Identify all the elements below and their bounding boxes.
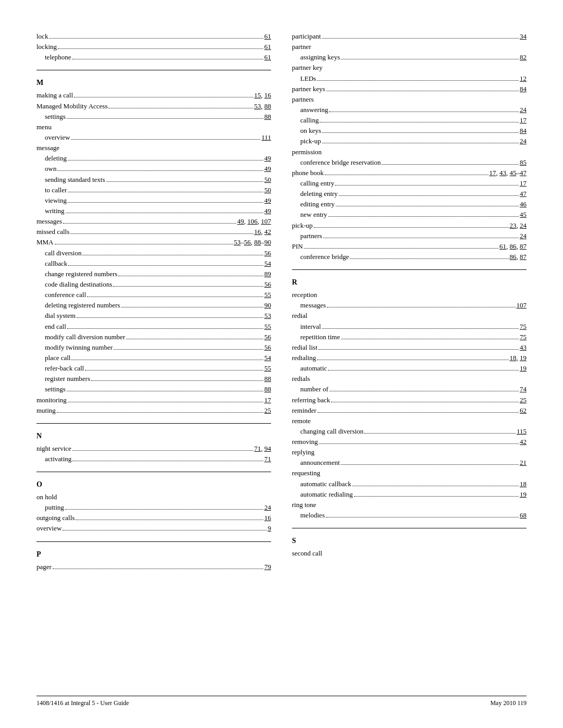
entry-term: LEDs bbox=[300, 73, 316, 84]
entry-dots bbox=[320, 122, 519, 122]
index-entry: PIN61, 86, 87 bbox=[292, 241, 527, 252]
section-header-m: M bbox=[36, 79, 271, 87]
entry-page-number: 49 bbox=[264, 195, 271, 206]
entry-dots bbox=[68, 265, 263, 266]
entry-dots bbox=[57, 170, 263, 171]
index-entry: messages107 bbox=[292, 300, 527, 311]
entry-term: pager bbox=[36, 562, 52, 572]
entry-term: MMA bbox=[36, 237, 54, 248]
index-entry: LEDs12 bbox=[292, 73, 527, 84]
section-divider bbox=[292, 269, 527, 270]
entry-term: deleting bbox=[45, 153, 67, 164]
entry-term: end call bbox=[45, 322, 66, 332]
index-entry: lock61 bbox=[36, 31, 271, 42]
footer-right: May 2010 119 bbox=[490, 699, 527, 707]
entry-term: register numbers bbox=[45, 374, 90, 384]
entry-page-number: 107 bbox=[517, 300, 527, 311]
index-entry: writing49 bbox=[36, 206, 271, 216]
entry-dots bbox=[322, 132, 519, 133]
entry-label: menu bbox=[36, 122, 271, 132]
entry-page-number: 55 bbox=[264, 363, 271, 374]
entry-term: locking bbox=[36, 42, 57, 52]
entry-dots bbox=[49, 38, 263, 39]
entry-page-number: 75 bbox=[520, 322, 527, 332]
entry-dots bbox=[326, 91, 519, 91]
entry-page-number: 54 bbox=[264, 353, 271, 363]
entry-term: overview bbox=[45, 132, 70, 143]
entry-label: remote bbox=[292, 416, 527, 426]
entry-page-number: 24 bbox=[264, 502, 271, 513]
section-header-n: N bbox=[36, 432, 271, 440]
entry-term: participant bbox=[292, 31, 321, 42]
section-header-o: O bbox=[36, 480, 271, 489]
entry-page-number: 9 bbox=[268, 523, 272, 534]
index-entry: making a call15, 16 bbox=[36, 90, 271, 101]
left-column: lock61locking61telephone61Mmaking a call… bbox=[36, 31, 271, 572]
entry-dots bbox=[322, 328, 519, 329]
entry-term: settings bbox=[45, 384, 66, 394]
entry-term: changing call diversion bbox=[300, 426, 363, 437]
entry-term: monitoring bbox=[36, 395, 67, 405]
entry-term: activating bbox=[45, 454, 71, 464]
index-entry: register numbers88 bbox=[36, 374, 271, 384]
index-entry: activating71 bbox=[36, 454, 271, 464]
section-header-r: R bbox=[292, 278, 527, 287]
entry-page-number: 34 bbox=[520, 31, 527, 42]
entry-label: reception bbox=[292, 290, 527, 300]
entry-dots bbox=[53, 569, 263, 569]
entry-label: replying bbox=[292, 447, 527, 458]
entry-term: modify twinning number bbox=[45, 342, 113, 353]
index-entry: calling17 bbox=[292, 115, 527, 126]
entry-dots bbox=[68, 202, 263, 203]
entry-page-number: 18 bbox=[520, 479, 527, 489]
entry-dots bbox=[57, 412, 263, 413]
entry-dots bbox=[72, 461, 263, 461]
entry-term: deleting entry bbox=[300, 189, 338, 199]
entry-page-number: 50 bbox=[264, 175, 271, 185]
entry-dots bbox=[72, 450, 253, 451]
section-divider bbox=[36, 423, 271, 424]
entry-page-number: 46 bbox=[520, 199, 527, 209]
entry-page-number: 88 bbox=[264, 374, 271, 384]
entry-term: telephone bbox=[45, 52, 71, 63]
entry-dots bbox=[335, 185, 519, 186]
index-entry: night service71, 94 bbox=[36, 443, 271, 454]
entry-dots bbox=[319, 443, 519, 444]
entry-term: code dialing destinations bbox=[45, 279, 112, 290]
entry-term: interval bbox=[300, 322, 321, 332]
entry-term: modify call diversion number bbox=[45, 332, 125, 342]
entry-term: muting bbox=[36, 405, 56, 416]
section-divider bbox=[292, 528, 527, 528]
entry-term: sending standard texts bbox=[45, 175, 105, 185]
entry-dots bbox=[74, 97, 253, 97]
entry-page-number: 24 bbox=[520, 231, 527, 241]
entry-page-number: 25 bbox=[264, 405, 271, 416]
index-entry: conference bridge86, 87 bbox=[292, 252, 527, 262]
entry-term: new entry bbox=[300, 209, 327, 220]
index-entry: modify twinning number56 bbox=[36, 342, 271, 353]
entry-dots bbox=[91, 380, 263, 381]
section-divider bbox=[36, 472, 271, 472]
entry-term: editing entry bbox=[300, 199, 335, 209]
entry-dots bbox=[317, 360, 508, 360]
index-entry: number of74 bbox=[292, 384, 527, 394]
entry-page-number: 21 bbox=[520, 458, 527, 468]
entry-page-number: 19 bbox=[520, 489, 527, 500]
entry-dots bbox=[63, 530, 266, 530]
entry-dots bbox=[322, 143, 519, 143]
entry-dots bbox=[82, 255, 263, 255]
index-entry: place call54 bbox=[36, 353, 271, 363]
entry-dots bbox=[328, 216, 519, 217]
entry-label: second call bbox=[292, 548, 527, 559]
index-entry: change registered numbers89 bbox=[36, 269, 271, 279]
entry-label: redial bbox=[292, 311, 527, 321]
entry-dots bbox=[68, 160, 263, 161]
entry-dots bbox=[341, 464, 519, 465]
index-entry: messages49, 106, 107 bbox=[36, 216, 271, 227]
entry-page-number: 88 bbox=[264, 384, 271, 394]
entry-page-number: 17 bbox=[520, 178, 527, 189]
entry-dots bbox=[382, 164, 519, 165]
entry-term: settings bbox=[45, 112, 66, 122]
entry-term: conference call bbox=[45, 290, 86, 300]
entry-term: number of bbox=[300, 384, 328, 394]
